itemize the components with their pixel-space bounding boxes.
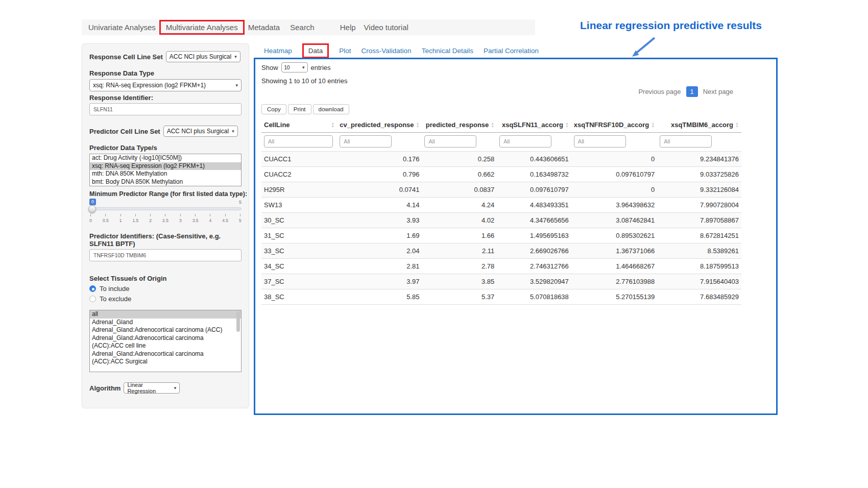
predictor-cell-line-set-select[interactable]: ACC NCI plus Surgical ▾ <box>163 126 238 137</box>
tissue-option[interactable]: Adrenal_Gland <box>90 319 241 327</box>
predictor-data-type-option[interactable]: act: Drug Activity (-log10[IC50M]) <box>90 154 241 162</box>
tissue-include-radio[interactable]: To include <box>89 285 242 292</box>
tab-technical-details[interactable]: Technical Details <box>422 47 473 55</box>
nav-item-video-tutorial[interactable]: Video tutorial <box>364 23 408 32</box>
response-cell-line-set-label: Response Cell Line Set <box>89 53 163 61</box>
cell-xsqtmbim6-accorg: 7.990728004 <box>657 198 741 213</box>
response-identifier-input[interactable] <box>89 103 242 115</box>
cell-xsqslfn11-accorg: 0.443606651 <box>497 152 571 167</box>
response-data-type-label: Response Data Type <box>89 69 242 77</box>
sort-icon[interactable]: ▲▼ <box>735 122 739 128</box>
slider-handle[interactable] <box>88 205 96 213</box>
sort-icon[interactable]: ▲▼ <box>331 122 334 128</box>
tick-label: 3 <box>179 218 182 223</box>
predictor-data-type-option[interactable]: bmt: Body DNA 850K Methylation <box>90 178 241 186</box>
copy-button[interactable]: Copy <box>261 104 286 114</box>
page: Univariate Analyses Multivariate Analyse… <box>0 0 868 488</box>
sort-icon[interactable]: ▲▼ <box>416 122 420 128</box>
response-cell-line-set-select[interactable]: ACC NCI plus Surgical ▾ <box>166 51 240 62</box>
tab-data[interactable]: Data <box>308 47 323 55</box>
column-header-cv-predicted-response[interactable]: cv_predicted_response▲▼ <box>340 121 419 129</box>
table-row: CUACC1 0.176 0.258 0.443606651 0 9.23484… <box>261 152 741 167</box>
nav-item-metadata[interactable]: Metadata <box>248 23 280 32</box>
nav-item-search[interactable]: Search <box>290 23 315 32</box>
cell-cv-predicted-response: 0.0741 <box>337 182 422 198</box>
page-length-select[interactable]: 10 ▾ <box>281 62 308 72</box>
cell-cellline: 33_SC <box>261 243 337 259</box>
tissue-option[interactable]: Adrenal_Gland:Adrenocortical carcinoma (… <box>90 334 241 350</box>
tissue-option[interactable]: Adrenal_Gland:Adrenocortical carcinoma (… <box>90 326 241 334</box>
filter-input-xsqslfn11-accorg[interactable] <box>499 135 551 148</box>
filter-input-xsqtnfrsf10d-accorg[interactable] <box>574 135 626 148</box>
table-body: CUACC1 0.176 0.258 0.443606651 0 9.23484… <box>261 152 741 305</box>
column-header-predicted-response[interactable]: predicted_response▲▼ <box>424 121 494 129</box>
nav-item-help[interactable]: Help <box>340 23 356 32</box>
slider-tick: 0.5 <box>105 214 106 223</box>
download-button[interactable]: download <box>313 104 349 114</box>
cell-xsqtnfrsf10d-accorg: 0 <box>571 182 657 198</box>
tick-mark <box>135 214 136 216</box>
algorithm-label: Algorithm <box>89 384 120 392</box>
column-header-xsqtmbim6-accorg[interactable]: xsqTMBIM6_accorg▲▼ <box>660 121 739 129</box>
tab-plot[interactable]: Plot <box>339 47 351 55</box>
tissue-option[interactable]: Adrenal_Gland:Adrenocortical carcinoma (… <box>90 350 241 366</box>
tissue-listbox: all Adrenal_Gland Adrenal_Gland:Adrenoco… <box>89 310 242 372</box>
filter-input-cellline[interactable] <box>264 135 333 148</box>
tissue-include-label: To include <box>100 285 130 292</box>
tissue-exclude-radio[interactable]: To exclude <box>89 295 242 303</box>
cell-predicted-response: 0.258 <box>422 152 497 167</box>
next-page-button[interactable]: Next page <box>703 88 733 95</box>
predictor-data-type-option-selected[interactable]: xsq: RNA-seq Expression (log2 FPKM+1) <box>90 162 241 170</box>
table-row: 37_SC 3.97 3.85 3.529820947 2.776103988 … <box>261 274 741 289</box>
sort-icon[interactable]: ▲▼ <box>651 122 655 128</box>
predictor-cell-line-set-row: Predictor Cell Line Set ACC NCI plus Sur… <box>89 126 242 137</box>
cell-cv-predicted-response: 4.14 <box>337 198 422 213</box>
column-header-xsqtnfrsf10d-accorg[interactable]: xsqTNFRSF10D_accorg▲▼ <box>574 121 655 129</box>
response-cell-line-set-row: Response Cell Line Set ACC NCI plus Surg… <box>89 51 242 62</box>
slider-tick: 1 <box>120 214 121 223</box>
min-predictor-range-label: Minimum Predictor Range (for first liste… <box>89 190 242 198</box>
cell-xsqslfn11-accorg: 4.347665656 <box>497 213 571 228</box>
tick-mark <box>150 214 151 216</box>
nav-item-univariate-analyses[interactable]: Univariate Analyses <box>88 23 156 32</box>
predictor-data-type-option[interactable]: mth: DNA 850K Methylation <box>90 170 241 178</box>
previous-page-button[interactable]: Previous page <box>638 88 681 95</box>
cell-xsqtmbim6-accorg: 7.915640403 <box>657 274 741 289</box>
cell-predicted-response: 4.24 <box>422 198 497 213</box>
predictor-identifiers-input[interactable] <box>89 249 242 261</box>
filter-input-xsqtmbim6-accorg[interactable] <box>660 135 712 148</box>
cell-xsqslfn11-accorg: 0.097610797 <box>497 182 571 198</box>
tab-cross-validation[interactable]: Cross-Validation <box>361 47 412 55</box>
tick-label: 2.5 <box>162 218 168 223</box>
cell-xsqtmbim6-accorg: 7.683485929 <box>657 289 741 305</box>
tab-heatmap[interactable]: Heatmap <box>264 47 292 55</box>
slider-tick: 3 <box>180 214 181 223</box>
column-header-xsqslfn11-accorg[interactable]: xsqSLFN11_accorg▲▼ <box>499 121 569 129</box>
cell-predicted-response: 0.662 <box>422 167 497 182</box>
tick-mark <box>225 214 226 216</box>
filter-input-cv-predicted-response[interactable] <box>340 135 392 148</box>
slider-track[interactable] <box>89 207 242 210</box>
tick-label: 1 <box>119 218 122 223</box>
tick-mark <box>120 214 121 216</box>
column-header-cellline[interactable]: CellLine▲▼ <box>264 121 334 129</box>
tab-partial-correlation[interactable]: Partial Correlation <box>484 47 539 55</box>
tick-label: 1.5 <box>132 218 138 223</box>
cell-xsqtmbim6-accorg: 9.332126084 <box>657 182 741 198</box>
nav-item-multivariate-analyses[interactable]: Multivariate Analyses <box>166 23 238 32</box>
results-table: CellLine▲▼ cv_predicted_response▲▼ predi… <box>261 117 741 305</box>
tissue-option-selected[interactable]: all <box>90 310 241 319</box>
filter-input-predicted-response[interactable] <box>424 135 476 148</box>
chevron-down-icon: ▾ <box>302 65 305 70</box>
scrollbar[interactable] <box>236 311 240 332</box>
algorithm-select[interactable]: Linear Regression ▾ <box>124 382 180 394</box>
sort-icon[interactable]: ▲▼ <box>565 122 569 128</box>
column-header-label: CellLine <box>264 121 290 129</box>
sort-icon[interactable]: ▲▼ <box>491 122 494 128</box>
tick-label: 4 <box>209 218 212 223</box>
print-button[interactable]: Print <box>288 104 311 114</box>
response-data-type-select[interactable]: xsq: RNA-seq Expression (log2 FPKM+1) ▾ <box>89 79 242 91</box>
current-page-button[interactable]: 1 <box>686 86 698 97</box>
cell-cv-predicted-response: 2.04 <box>337 243 422 259</box>
cell-predicted-response: 1.66 <box>422 228 497 243</box>
